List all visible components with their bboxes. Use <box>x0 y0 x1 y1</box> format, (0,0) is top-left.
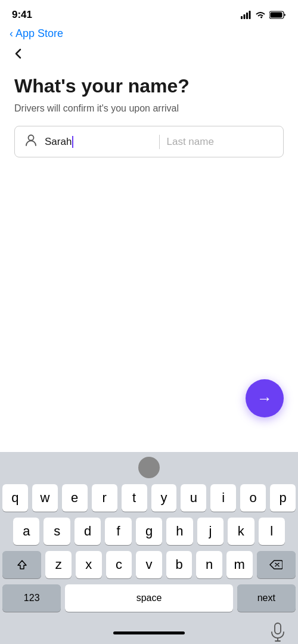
key-y[interactable]: y <box>151 484 177 512</box>
svg-rect-1 <box>244 14 246 19</box>
key-w[interactable]: w <box>32 484 58 512</box>
page-title: What's your name? <box>14 75 284 97</box>
key-v[interactable]: v <box>136 551 162 578</box>
microphone-icon[interactable] <box>269 623 286 642</box>
key-row-3: z x c v b n m <box>2 551 296 578</box>
status-bar: 9:41 <box>0 0 298 26</box>
back-chevron-icon: ‹ <box>10 27 13 40</box>
key-n[interactable]: n <box>196 551 222 578</box>
key-o[interactable]: o <box>240 484 266 512</box>
key-row-4: 123 space next <box>2 584 296 612</box>
key-backspace[interactable] <box>257 551 296 578</box>
svg-rect-5 <box>271 13 283 18</box>
status-time: 9:41 <box>12 9 32 21</box>
key-space[interactable]: space <box>65 584 232 612</box>
key-l[interactable]: l <box>259 518 285 545</box>
next-button[interactable]: → <box>246 379 284 417</box>
status-icons <box>241 11 286 19</box>
key-123[interactable]: 123 <box>2 584 61 612</box>
key-h[interactable]: h <box>166 518 193 545</box>
signal-icon <box>241 11 252 19</box>
key-b[interactable]: b <box>166 551 193 578</box>
wifi-icon <box>255 11 266 19</box>
app-store-nav[interactable]: ‹ App Store <box>0 26 298 45</box>
name-input-container: Sarah Last name <box>14 126 284 157</box>
app-store-back-label: App Store <box>15 27 63 40</box>
last-name-placeholder[interactable]: Last name <box>167 136 274 148</box>
keyboard-rows: q w e r t y u i o p a s d f g h j k l <box>0 481 298 612</box>
back-arrow-icon <box>12 47 25 60</box>
svg-rect-7 <box>275 623 281 634</box>
home-indicator <box>113 631 185 634</box>
key-r[interactable]: r <box>92 484 117 512</box>
key-m[interactable]: m <box>226 551 253 578</box>
drag-dot <box>138 457 160 478</box>
next-arrow-icon: → <box>257 389 272 408</box>
key-s[interactable]: s <box>44 518 70 545</box>
key-i[interactable]: i <box>210 484 236 512</box>
main-content: What's your name? Drivers will confirm i… <box>0 63 298 157</box>
page-subtitle: Drivers will confirm it's you upon arriv… <box>14 103 284 114</box>
first-name-value[interactable]: Sarah <box>45 136 152 148</box>
key-d[interactable]: d <box>74 518 101 545</box>
key-next[interactable]: next <box>237 584 296 612</box>
name-field-divider <box>159 135 160 149</box>
key-j[interactable]: j <box>197 518 224 545</box>
svg-rect-2 <box>246 13 248 19</box>
key-k[interactable]: k <box>228 518 254 545</box>
key-shift[interactable] <box>2 551 41 578</box>
key-a[interactable]: a <box>13 518 39 545</box>
svg-rect-0 <box>241 16 243 19</box>
drag-handle <box>0 452 298 481</box>
bottom-bar <box>0 618 298 644</box>
key-z[interactable]: z <box>45 551 72 578</box>
svg-rect-3 <box>249 11 251 19</box>
key-t[interactable]: t <box>122 484 147 512</box>
key-f[interactable]: f <box>105 518 131 545</box>
key-e[interactable]: e <box>62 484 88 512</box>
key-c[interactable]: c <box>106 551 132 578</box>
svg-point-6 <box>29 135 34 141</box>
key-row-1: q w e r t y u i o p <box>2 484 296 512</box>
key-x[interactable]: x <box>76 551 102 578</box>
person-icon <box>24 134 38 150</box>
key-g[interactable]: g <box>136 518 162 545</box>
back-button[interactable] <box>0 45 298 63</box>
battery-icon <box>269 11 286 19</box>
keyboard: q w e r t y u i o p a s d f g h j k l <box>0 452 298 644</box>
key-q[interactable]: q <box>2 484 28 512</box>
key-p[interactable]: p <box>270 484 296 512</box>
key-row-2: a s d f g h j k l <box>2 518 296 545</box>
key-u[interactable]: u <box>181 484 206 512</box>
